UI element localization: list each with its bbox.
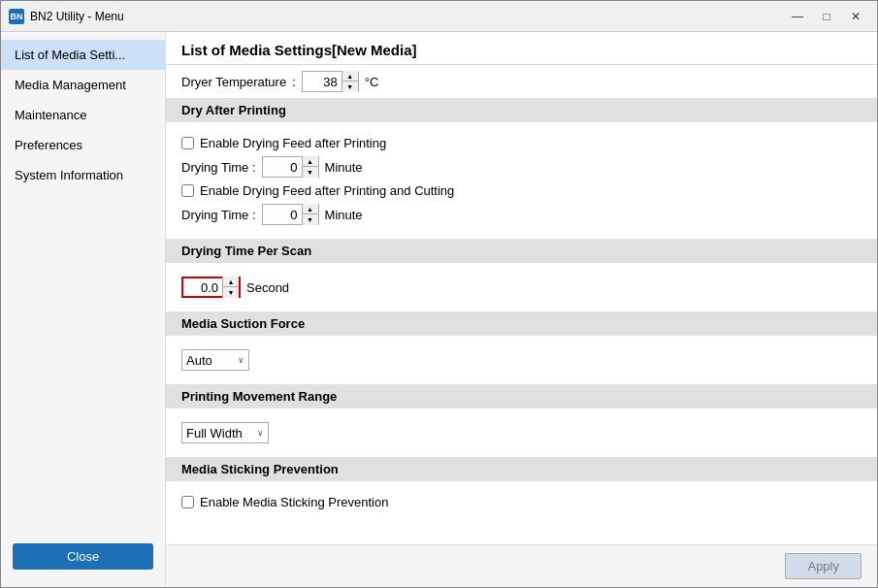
movement-range-dropdown-icon: ∨ <box>257 428 264 438</box>
movement-range-value: Full Width <box>186 426 251 441</box>
app-icon: BN <box>9 9 24 24</box>
dryer-temperature-row: Dryer Temperature : ▲ ▼ °C <box>166 65 877 98</box>
section-content-media-sticking-prevention: Enable Media Sticking Prevention <box>166 481 877 523</box>
section-header-drying-time-per-scan: Drying Time Per Scan <box>166 239 877 263</box>
sidebar: List of Media Setti... Media Management … <box>1 32 166 587</box>
drying-time-per-scan-row: ▲ ▼ Second <box>181 277 862 298</box>
drying-time-2-spinbox: ▲ ▼ <box>262 204 319 225</box>
sidebar-bottom: Close <box>1 534 165 579</box>
dryer-temp-up-arrow[interactable]: ▲ <box>342 71 358 82</box>
enable-drying-feed-checkbox[interactable] <box>181 137 194 149</box>
dryer-temperature-label: Dryer Temperature <box>181 75 286 89</box>
checkbox-enable-drying-feed: Enable Drying Feed after Printing <box>181 136 862 150</box>
movement-range-select[interactable]: Full Width ∨ <box>181 422 269 443</box>
dryer-temperature-unit: °C <box>365 75 379 89</box>
dryer-temperature-input[interactable] <box>303 72 341 91</box>
dryer-temperature-colon: : <box>292 75 296 89</box>
window-controls: — □ ✕ <box>784 6 869 27</box>
sidebar-item-preferences[interactable]: Preferences <box>1 130 165 160</box>
section-header-dry-after-printing: Dry After Printing <box>166 98 877 122</box>
title-bar: BN BN2 Utility - Menu — □ ✕ <box>1 1 877 32</box>
section-content-drying-time-per-scan: ▲ ▼ Second <box>166 263 877 311</box>
drying-time-2-input[interactable] <box>263 205 302 224</box>
drying-time-per-scan-up-arrow[interactable]: ▲ <box>223 277 239 287</box>
apply-button[interactable]: Apply <box>785 553 862 579</box>
section-header-media-sticking-prevention: Media Sticking Prevention <box>166 457 877 481</box>
dryer-temp-down-arrow[interactable]: ▼ <box>342 82 358 92</box>
scrollable-area[interactable]: Dryer Temperature : ▲ ▼ °C Dry After Pri… <box>166 65 877 544</box>
drying-time-1-unit: Minute <box>325 160 363 175</box>
close-window-button[interactable]: ✕ <box>842 6 869 27</box>
drying-time-2-label: Drying Time : <box>181 208 256 222</box>
drying-time-1-input[interactable] <box>263 157 302 177</box>
minimize-button[interactable]: — <box>784 6 811 27</box>
drying-time-2-row: Drying Time : ▲ ▼ Minute <box>181 204 862 225</box>
sidebar-item-list-of-media-settings[interactable]: List of Media Setti... <box>1 40 165 70</box>
drying-time-per-scan-spinbox: ▲ ▼ <box>181 277 241 298</box>
drying-time-2-unit: Minute <box>325 208 363 222</box>
suction-force-dropdown-icon: ∨ <box>238 355 244 365</box>
maximize-button[interactable]: □ <box>813 6 840 27</box>
section-header-media-suction-force: Media Suction Force <box>166 311 877 336</box>
checkbox-enable-media-sticking: Enable Media Sticking Prevention <box>181 495 862 509</box>
suction-force-value: Auto <box>186 353 232 368</box>
section-content-media-suction-force: Auto ∨ <box>166 336 877 384</box>
main-content: List of Media Settings[New Media] Dryer … <box>166 32 877 587</box>
drying-time-1-spinbox: ▲ ▼ <box>262 156 319 178</box>
dryer-temperature-spinbox: ▲ ▼ <box>302 71 359 92</box>
drying-time-per-scan-down-arrow[interactable]: ▼ <box>223 287 239 298</box>
section-content-printing-movement-range: Full Width ∨ <box>166 408 877 457</box>
sidebar-nav: List of Media Setti... Media Management … <box>1 40 165 190</box>
sidebar-item-system-information[interactable]: System Information <box>1 160 165 190</box>
sidebar-item-media-management[interactable]: Media Management <box>1 70 165 100</box>
section-content-dry-after-printing: Enable Drying Feed after Printing Drying… <box>166 122 877 239</box>
enable-media-sticking-checkbox[interactable] <box>181 496 194 508</box>
movement-range-row: Full Width ∨ <box>181 422 862 443</box>
suction-force-select[interactable]: Auto ∨ <box>181 349 249 371</box>
enable-media-sticking-label: Enable Media Sticking Prevention <box>200 495 388 509</box>
main-header: List of Media Settings[New Media] <box>166 32 877 65</box>
drying-time-1-label: Drying Time : <box>181 160 256 175</box>
drying-time-1-down-arrow[interactable]: ▼ <box>303 167 318 178</box>
drying-time-per-scan-unit: Second <box>246 280 289 295</box>
suction-force-row: Auto ∨ <box>181 349 862 371</box>
enable-drying-feed-label: Enable Drying Feed after Printing <box>200 136 386 150</box>
drying-time-1-row: Drying Time : ▲ ▼ Minute <box>181 156 862 178</box>
window-body: List of Media Setti... Media Management … <box>1 32 877 587</box>
footer-bar: Apply <box>166 544 877 587</box>
checkbox-enable-drying-feed-cutting: Enable Drying Feed after Printing and Cu… <box>181 183 862 198</box>
drying-time-per-scan-input[interactable] <box>183 278 222 296</box>
section-header-printing-movement-range: Printing Movement Range <box>166 384 877 408</box>
drying-time-2-down-arrow[interactable]: ▼ <box>303 214 318 225</box>
drying-time-1-up-arrow[interactable]: ▲ <box>303 156 318 167</box>
drying-time-2-up-arrow[interactable]: ▲ <box>303 204 318 214</box>
window-title: BN2 Utility - Menu <box>30 10 784 23</box>
enable-drying-feed-cutting-label: Enable Drying Feed after Printing and Cu… <box>200 183 454 198</box>
close-button[interactable]: Close <box>13 543 153 570</box>
sidebar-item-maintenance[interactable]: Maintenance <box>1 100 165 130</box>
enable-drying-feed-cutting-checkbox[interactable] <box>181 184 194 197</box>
main-window: BN BN2 Utility - Menu — □ ✕ List of Medi… <box>0 0 878 588</box>
